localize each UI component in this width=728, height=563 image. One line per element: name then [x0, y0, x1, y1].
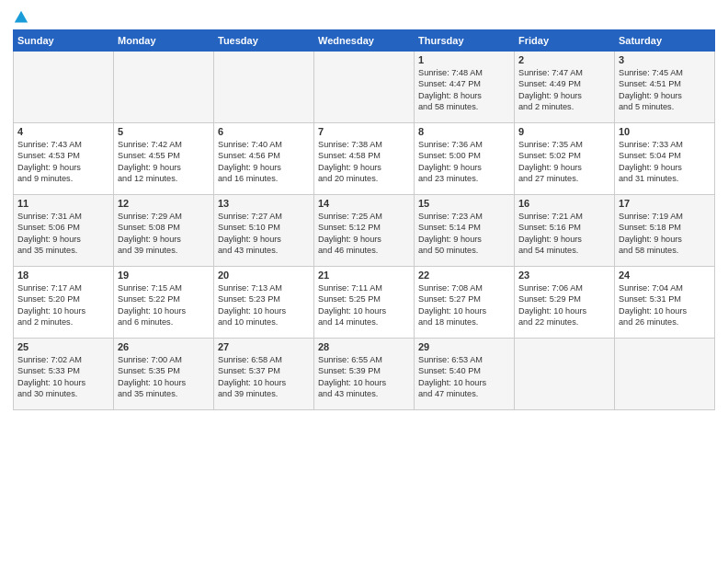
week-row-4: 18Sunrise: 7:17 AM Sunset: 5:20 PM Dayli… — [14, 267, 715, 339]
day-number: 1 — [418, 54, 510, 65]
day-info: Sunrise: 6:58 AM Sunset: 5:37 PM Dayligh… — [218, 354, 310, 400]
col-header-wednesday: Wednesday — [314, 30, 415, 52]
calendar-cell: 11Sunrise: 7:31 AM Sunset: 5:06 PM Dayli… — [14, 195, 114, 267]
day-info: Sunrise: 7:15 AM Sunset: 5:22 PM Dayligh… — [118, 282, 210, 328]
day-info: Sunrise: 7:42 AM Sunset: 4:55 PM Dayligh… — [118, 139, 210, 185]
day-info: Sunrise: 7:06 AM Sunset: 5:29 PM Dayligh… — [518, 282, 610, 328]
day-number: 14 — [318, 198, 410, 209]
day-info: Sunrise: 7:08 AM Sunset: 5:27 PM Dayligh… — [418, 282, 510, 328]
day-info: Sunrise: 7:35 AM Sunset: 5:02 PM Dayligh… — [518, 139, 610, 185]
calendar-cell: 1Sunrise: 7:48 AM Sunset: 4:47 PM Daylig… — [415, 52, 515, 123]
calendar-cell: 13Sunrise: 7:27 AM Sunset: 5:10 PM Dayli… — [214, 195, 314, 267]
calendar-cell: 15Sunrise: 7:23 AM Sunset: 5:14 PM Dayli… — [415, 195, 515, 267]
calendar-cell: 23Sunrise: 7:06 AM Sunset: 5:29 PM Dayli… — [515, 267, 615, 339]
day-info: Sunrise: 6:53 AM Sunset: 5:40 PM Dayligh… — [418, 354, 510, 400]
calendar-cell: 24Sunrise: 7:04 AM Sunset: 5:31 PM Dayli… — [615, 267, 715, 339]
day-number: 8 — [418, 126, 510, 137]
logo — [13, 9, 33, 26]
day-number: 24 — [619, 270, 711, 281]
calendar-cell: 8Sunrise: 7:36 AM Sunset: 5:00 PM Daylig… — [415, 123, 515, 195]
day-info: Sunrise: 7:48 AM Sunset: 4:47 PM Dayligh… — [418, 67, 510, 113]
day-number: 15 — [418, 198, 510, 209]
calendar-cell: 27Sunrise: 6:58 AM Sunset: 5:37 PM Dayli… — [214, 339, 314, 410]
calendar-table: SundayMondayTuesdayWednesdayThursdayFrid… — [13, 29, 715, 410]
calendar-cell: 19Sunrise: 7:15 AM Sunset: 5:22 PM Dayli… — [114, 267, 214, 339]
day-info: Sunrise: 7:11 AM Sunset: 5:25 PM Dayligh… — [318, 282, 410, 328]
day-number: 21 — [318, 270, 410, 281]
day-info: Sunrise: 6:55 AM Sunset: 5:39 PM Dayligh… — [318, 354, 410, 400]
col-header-thursday: Thursday — [415, 30, 515, 52]
day-info: Sunrise: 7:04 AM Sunset: 5:31 PM Dayligh… — [619, 282, 711, 328]
week-row-5: 25Sunrise: 7:02 AM Sunset: 5:33 PM Dayli… — [14, 339, 715, 410]
calendar-cell: 18Sunrise: 7:17 AM Sunset: 5:20 PM Dayli… — [14, 267, 114, 339]
page-container: SundayMondayTuesdayWednesdayThursdayFrid… — [0, 0, 728, 416]
calendar-cell — [114, 52, 214, 123]
day-info: Sunrise: 7:33 AM Sunset: 5:04 PM Dayligh… — [619, 139, 711, 185]
calendar-cell: 26Sunrise: 7:00 AM Sunset: 5:35 PM Dayli… — [114, 339, 214, 410]
calendar-cell: 21Sunrise: 7:11 AM Sunset: 5:25 PM Dayli… — [314, 267, 415, 339]
week-row-2: 4Sunrise: 7:43 AM Sunset: 4:53 PM Daylig… — [14, 123, 715, 195]
calendar-cell: 25Sunrise: 7:02 AM Sunset: 5:33 PM Dayli… — [14, 339, 114, 410]
day-number: 5 — [118, 126, 210, 137]
day-number: 19 — [118, 270, 210, 281]
calendar-cell: 10Sunrise: 7:33 AM Sunset: 5:04 PM Dayli… — [615, 123, 715, 195]
col-header-friday: Friday — [515, 30, 615, 52]
col-header-saturday: Saturday — [615, 30, 715, 52]
calendar-cell: 28Sunrise: 6:55 AM Sunset: 5:39 PM Dayli… — [314, 339, 415, 410]
day-info: Sunrise: 7:27 AM Sunset: 5:10 PM Dayligh… — [218, 211, 310, 257]
day-number: 27 — [218, 341, 310, 352]
calendar-cell: 12Sunrise: 7:29 AM Sunset: 5:08 PM Dayli… — [114, 195, 214, 267]
calendar-cell — [515, 339, 615, 410]
calendar-cell: 5Sunrise: 7:42 AM Sunset: 4:55 PM Daylig… — [114, 123, 214, 195]
day-number: 4 — [17, 126, 109, 137]
svg-marker-0 — [15, 11, 28, 23]
day-number: 13 — [218, 198, 310, 209]
calendar-cell: 16Sunrise: 7:21 AM Sunset: 5:16 PM Dayli… — [515, 195, 615, 267]
day-number: 26 — [118, 341, 210, 352]
day-info: Sunrise: 7:45 AM Sunset: 4:51 PM Dayligh… — [619, 67, 711, 113]
calendar-cell: 4Sunrise: 7:43 AM Sunset: 4:53 PM Daylig… — [14, 123, 114, 195]
calendar-cell: 17Sunrise: 7:19 AM Sunset: 5:18 PM Dayli… — [615, 195, 715, 267]
day-number: 7 — [318, 126, 410, 137]
day-number: 17 — [619, 198, 711, 209]
day-number: 11 — [17, 198, 109, 209]
day-number: 10 — [619, 126, 711, 137]
calendar-cell: 6Sunrise: 7:40 AM Sunset: 4:56 PM Daylig… — [214, 123, 314, 195]
calendar-cell: 20Sunrise: 7:13 AM Sunset: 5:23 PM Dayli… — [214, 267, 314, 339]
day-number: 6 — [218, 126, 310, 137]
calendar-cell: 9Sunrise: 7:35 AM Sunset: 5:02 PM Daylig… — [515, 123, 615, 195]
calendar-cell — [214, 52, 314, 123]
day-info: Sunrise: 7:17 AM Sunset: 5:20 PM Dayligh… — [17, 282, 109, 328]
day-info: Sunrise: 7:38 AM Sunset: 4:58 PM Dayligh… — [318, 139, 410, 185]
day-number: 16 — [518, 198, 610, 209]
day-number: 9 — [518, 126, 610, 137]
day-number: 18 — [17, 270, 109, 281]
day-info: Sunrise: 7:02 AM Sunset: 5:33 PM Dayligh… — [17, 354, 109, 400]
day-info: Sunrise: 7:47 AM Sunset: 4:49 PM Dayligh… — [518, 67, 610, 113]
day-info: Sunrise: 7:23 AM Sunset: 5:14 PM Dayligh… — [418, 211, 510, 257]
day-info: Sunrise: 7:43 AM Sunset: 4:53 PM Dayligh… — [17, 139, 109, 185]
day-number: 3 — [619, 54, 711, 65]
calendar-cell: 2Sunrise: 7:47 AM Sunset: 4:49 PM Daylig… — [515, 52, 615, 123]
col-header-sunday: Sunday — [14, 30, 114, 52]
col-header-tuesday: Tuesday — [214, 30, 314, 52]
header — [13, 9, 715, 26]
day-number: 12 — [118, 198, 210, 209]
day-info: Sunrise: 7:29 AM Sunset: 5:08 PM Dayligh… — [118, 211, 210, 257]
week-row-1: 1Sunrise: 7:48 AM Sunset: 4:47 PM Daylig… — [14, 52, 715, 123]
day-number: 20 — [218, 270, 310, 281]
calendar-cell — [314, 52, 415, 123]
logo-icon — [13, 9, 29, 26]
calendar-cell: 14Sunrise: 7:25 AM Sunset: 5:12 PM Dayli… — [314, 195, 415, 267]
day-info: Sunrise: 7:13 AM Sunset: 5:23 PM Dayligh… — [218, 282, 310, 328]
calendar-cell: 7Sunrise: 7:38 AM Sunset: 4:58 PM Daylig… — [314, 123, 415, 195]
week-row-3: 11Sunrise: 7:31 AM Sunset: 5:06 PM Dayli… — [14, 195, 715, 267]
day-info: Sunrise: 7:36 AM Sunset: 5:00 PM Dayligh… — [418, 139, 510, 185]
day-info: Sunrise: 7:21 AM Sunset: 5:16 PM Dayligh… — [518, 211, 610, 257]
day-number: 29 — [418, 341, 510, 352]
day-number: 25 — [17, 341, 109, 352]
calendar-cell — [615, 339, 715, 410]
day-number: 22 — [418, 270, 510, 281]
calendar-cell: 22Sunrise: 7:08 AM Sunset: 5:27 PM Dayli… — [415, 267, 515, 339]
day-info: Sunrise: 7:00 AM Sunset: 5:35 PM Dayligh… — [118, 354, 210, 400]
